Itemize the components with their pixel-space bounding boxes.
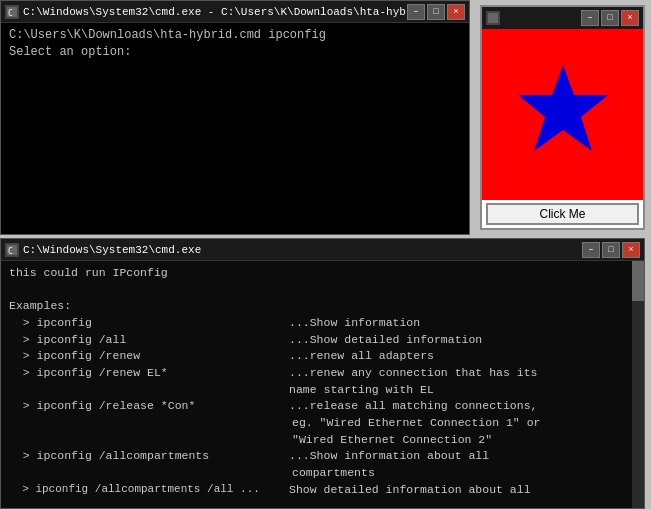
cmd-entry-2-dots: ... (289, 348, 310, 365)
scrollbar-thumb[interactable] (632, 261, 644, 301)
close-button-bottom[interactable]: × (622, 242, 640, 258)
cmd-line-1: C:\Users\K\Downloads\hta-hybrid.cmd ipco… (9, 27, 461, 44)
click-me-button[interactable]: Click Me (486, 203, 639, 225)
cmd-entry-0-desc: Show information (310, 315, 420, 332)
cmd-entry-3-dots: ... (289, 365, 310, 382)
maximize-button-bottom[interactable]: □ (602, 242, 620, 258)
cmd-entry-4c-desc: "Wired Ethernet Connection 2" (292, 433, 492, 446)
cmd-bottom-line1: this could run IPconfig (9, 265, 636, 282)
svg-text:C: C (8, 9, 13, 17)
scrollbar[interactable] (632, 261, 644, 508)
cmd-entry-1-dots: ... (289, 332, 310, 349)
cmd-entry-4b: eg. "Wired Ethernet Connection 1" or (9, 415, 636, 432)
cmd-bottom-line3: Examples: (9, 298, 636, 315)
titlebar-top: C C:\Windows\System32\cmd.exe - C:\Users… (1, 1, 469, 23)
cmd-entry-4: > ipconfig /release *Con* ... release al… (9, 398, 636, 415)
cmd-window-top: C C:\Windows\System32\cmd.exe - C:\Users… (0, 0, 470, 235)
cmd-entry-5-desc: Show information about all (310, 448, 489, 465)
cmd-icon-top: C (5, 5, 19, 19)
cmd-entry-5-cmd: > ipconfig /allcompartments (9, 448, 289, 465)
titlebar-bottom: C C:\Windows\System32\cmd.exe – □ × (1, 239, 644, 261)
cmd-entry-4-cmd: > ipconfig /release *Con* (9, 398, 289, 415)
popup-icon (486, 11, 500, 25)
popup-footer: Click Me (482, 200, 643, 228)
cmd-line-2: Select an option: (9, 44, 461, 61)
minimize-button-top[interactable]: – (407, 4, 425, 20)
cmd-entry-2-cmd: > ipconfig /renew (9, 348, 289, 365)
cmd-entry-6: > ipconfig /allcompartments /all ... Sho… (9, 482, 636, 499)
cmd-entry-0-dots: ... (289, 315, 310, 332)
star-container (482, 29, 643, 200)
cmd-entry-5b: compartments (9, 465, 636, 482)
cmd-entry-1-desc: Show detailed information (310, 332, 483, 349)
red-popup-titlebar: – □ × (482, 7, 643, 29)
blue-star-svg (513, 60, 613, 170)
cmd-content-top: C:\Users\K\Downloads\hta-hybrid.cmd ipco… (1, 23, 469, 234)
svg-marker-3 (518, 65, 608, 151)
cmd-content-bottom: this could run IPconfig Examples: > ipco… (1, 261, 644, 508)
red-background (482, 29, 643, 200)
cmd-entry-6-cmd: > ipconfig /allcompartments /all ... (9, 482, 289, 499)
cmd-entry-0: > ipconfig ... Show information (9, 315, 636, 332)
cmd-entry-2: > ipconfig /renew ... renew all adapters (9, 348, 636, 365)
popup-maximize-button[interactable]: □ (601, 10, 619, 26)
cmd-entry-1-cmd: > ipconfig /all (9, 332, 289, 349)
cmd-entry-5-dots: ... (289, 448, 310, 465)
titlebar-buttons-bottom: – □ × (582, 242, 640, 258)
cmd-entry-5: > ipconfig /allcompartments ... Show inf… (9, 448, 636, 465)
cmd-entry-5b-desc: compartments (292, 466, 375, 479)
titlebar-title-top: C:\Windows\System32\cmd.exe - C:\Users\K… (23, 6, 407, 18)
cmd-entry-1: > ipconfig /all ... Show detailed inform… (9, 332, 636, 349)
cmd-entry-3b-desc: name starting with EL (289, 382, 434, 399)
cmd-entry-4-dots: ... (289, 398, 310, 415)
popup-titlebar-buttons: – □ × (581, 10, 639, 26)
popup-minimize-button[interactable]: – (581, 10, 599, 26)
close-button-top[interactable]: × (447, 4, 465, 20)
cmd-entry-0-cmd: > ipconfig (9, 315, 289, 332)
cmd-entry-3-desc: renew any connection that has its (310, 365, 538, 382)
cmd-bottom-line2 (9, 282, 636, 299)
cmd-entry-4-desc: release all matching connections, (310, 398, 538, 415)
titlebar-buttons-top: – □ × (407, 4, 465, 20)
cmd-icon-bottom: C (5, 243, 19, 257)
cmd-window-bottom: C C:\Windows\System32\cmd.exe – □ × this… (0, 238, 645, 509)
cmd-entry-3b: name starting with EL (9, 382, 636, 399)
red-popup-window: – □ × Click Me (480, 5, 645, 230)
cmd-entry-2-desc: renew all adapters (310, 348, 434, 365)
minimize-button-bottom[interactable]: – (582, 242, 600, 258)
cmd-entry-3: > ipconfig /renew EL* ... renew any conn… (9, 365, 636, 382)
cmd-entry-4c: "Wired Ethernet Connection 2" (9, 432, 636, 449)
maximize-button-top[interactable]: □ (427, 4, 445, 20)
popup-close-button[interactable]: × (621, 10, 639, 26)
cmd-entry-4b-desc: eg. "Wired Ethernet Connection 1" or (292, 416, 540, 429)
cmd-entry-3b-cmd (9, 382, 289, 399)
cmd-entry-6-desc: Show detailed information about all (289, 482, 531, 499)
cmd-entry-3-cmd: > ipconfig /renew EL* (9, 365, 289, 382)
titlebar-title-bottom: C:\Windows\System32\cmd.exe (23, 244, 582, 256)
svg-rect-2 (488, 13, 498, 23)
svg-text:C: C (8, 247, 13, 255)
